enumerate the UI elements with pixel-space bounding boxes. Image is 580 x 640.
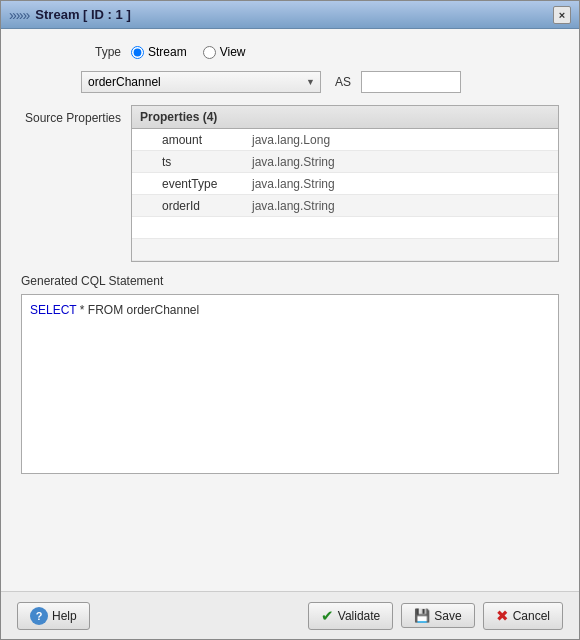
title-bar-left: »»» Stream [ ID : 1 ] bbox=[9, 7, 131, 23]
prop-type-3: java.lang.String bbox=[252, 199, 335, 213]
help-label: Help bbox=[52, 609, 77, 623]
cql-label: Generated CQL Statement bbox=[21, 274, 559, 288]
dialog-title: Stream [ ID : 1 ] bbox=[35, 7, 130, 22]
channel-dropdown[interactable]: orderChannel bbox=[81, 71, 321, 93]
type-row: Type Stream View bbox=[21, 45, 559, 59]
type-label: Type bbox=[21, 45, 121, 59]
help-icon: ? bbox=[30, 607, 48, 625]
prop-type-1: java.lang.String bbox=[252, 155, 335, 169]
prop-name-1: ts bbox=[162, 155, 252, 169]
validate-label: Validate bbox=[338, 609, 380, 623]
source-properties-section: Source Properties Properties (4) amount … bbox=[21, 105, 559, 262]
footer-left: ? Help bbox=[17, 602, 90, 630]
radio-stream-input[interactable] bbox=[131, 46, 144, 59]
validate-icon: ✔ bbox=[321, 607, 334, 625]
as-label: AS bbox=[335, 75, 351, 89]
radio-stream[interactable]: Stream bbox=[131, 45, 187, 59]
footer: ? Help ✔ Validate 💾 Save ✖ Cancel bbox=[1, 591, 579, 639]
properties-header: Properties (4) bbox=[132, 106, 558, 129]
cql-box: SELECT * FROM orderChannel bbox=[21, 294, 559, 474]
dialog-content: Type Stream View orderChannel AS So bbox=[1, 29, 579, 591]
table-row: amount java.lang.Long bbox=[132, 129, 558, 151]
channel-dropdown-wrapper: orderChannel bbox=[81, 71, 321, 93]
radio-view-label: View bbox=[220, 45, 246, 59]
cancel-label: Cancel bbox=[513, 609, 550, 623]
table-row: orderId java.lang.String bbox=[132, 195, 558, 217]
close-button[interactable]: × bbox=[553, 6, 571, 24]
dropdown-row: orderChannel AS bbox=[21, 71, 559, 93]
cql-section: Generated CQL Statement SELECT * FROM or… bbox=[21, 274, 559, 474]
validate-button[interactable]: ✔ Validate bbox=[308, 602, 393, 630]
radio-view-input[interactable] bbox=[203, 46, 216, 59]
cancel-icon: ✖ bbox=[496, 607, 509, 625]
radio-view[interactable]: View bbox=[203, 45, 246, 59]
table-row: ts java.lang.String bbox=[132, 151, 558, 173]
type-radio-group: Stream View bbox=[131, 45, 245, 59]
save-label: Save bbox=[434, 609, 461, 623]
as-input[interactable] bbox=[361, 71, 461, 93]
prop-name-3: orderId bbox=[162, 199, 252, 213]
save-icon: 💾 bbox=[414, 608, 430, 623]
properties-table: Properties (4) amount java.lang.Long ts … bbox=[131, 105, 559, 262]
table-row-empty bbox=[132, 239, 558, 261]
properties-body: amount java.lang.Long ts java.lang.Strin… bbox=[132, 129, 558, 261]
radio-stream-label: Stream bbox=[148, 45, 187, 59]
cancel-button[interactable]: ✖ Cancel bbox=[483, 602, 563, 630]
table-row-empty bbox=[132, 217, 558, 239]
prop-type-0: java.lang.Long bbox=[252, 133, 330, 147]
table-row: eventType java.lang.String bbox=[132, 173, 558, 195]
prop-name-0: amount bbox=[162, 133, 252, 147]
prop-type-2: java.lang.String bbox=[252, 177, 335, 191]
save-button[interactable]: 💾 Save bbox=[401, 603, 474, 628]
prop-name-2: eventType bbox=[162, 177, 252, 191]
footer-right: ✔ Validate 💾 Save ✖ Cancel bbox=[308, 602, 563, 630]
source-props-label: Source Properties bbox=[21, 105, 121, 125]
stream-icon: »»» bbox=[9, 7, 29, 23]
dialog: »»» Stream [ ID : 1 ] × Type Stream View bbox=[0, 0, 580, 640]
cql-keyword: SELECT bbox=[30, 303, 76, 317]
cql-rest: * FROM orderChannel bbox=[76, 303, 199, 317]
title-bar: »»» Stream [ ID : 1 ] × bbox=[1, 1, 579, 29]
help-button[interactable]: ? Help bbox=[17, 602, 90, 630]
